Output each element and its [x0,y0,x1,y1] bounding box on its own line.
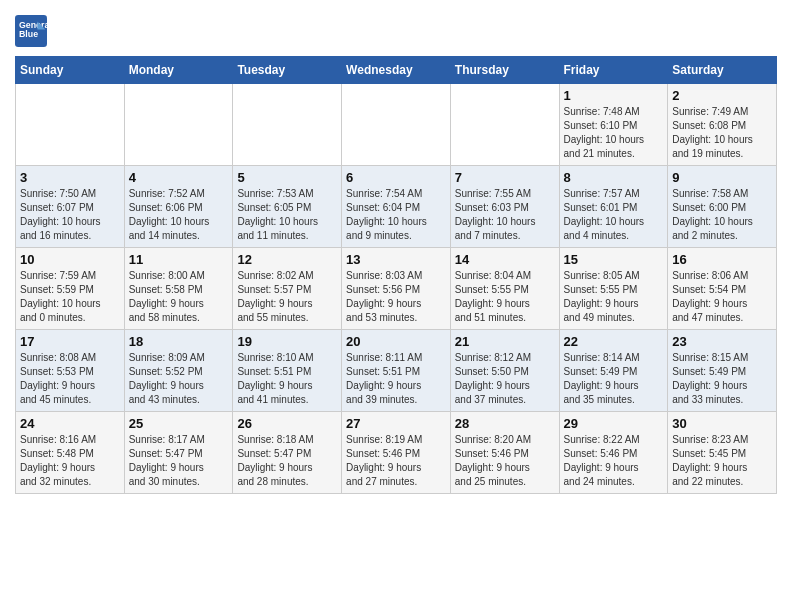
calendar-cell: 6Sunrise: 7:54 AM Sunset: 6:04 PM Daylig… [342,166,451,248]
logo: General Blue [15,15,51,47]
day-info: Sunrise: 8:17 AM Sunset: 5:47 PM Dayligh… [129,433,229,489]
calendar-cell: 1Sunrise: 7:48 AM Sunset: 6:10 PM Daylig… [559,84,668,166]
day-number: 24 [20,416,120,431]
day-info: Sunrise: 8:11 AM Sunset: 5:51 PM Dayligh… [346,351,446,407]
day-info: Sunrise: 8:20 AM Sunset: 5:46 PM Dayligh… [455,433,555,489]
day-number: 26 [237,416,337,431]
calendar-header-row: SundayMondayTuesdayWednesdayThursdayFrid… [16,57,777,84]
day-number: 28 [455,416,555,431]
day-number: 21 [455,334,555,349]
calendar-cell: 21Sunrise: 8:12 AM Sunset: 5:50 PM Dayli… [450,330,559,412]
column-header-tuesday: Tuesday [233,57,342,84]
day-info: Sunrise: 8:14 AM Sunset: 5:49 PM Dayligh… [564,351,664,407]
day-number: 12 [237,252,337,267]
calendar-week-row: 17Sunrise: 8:08 AM Sunset: 5:53 PM Dayli… [16,330,777,412]
day-info: Sunrise: 8:04 AM Sunset: 5:55 PM Dayligh… [455,269,555,325]
calendar-week-row: 24Sunrise: 8:16 AM Sunset: 5:48 PM Dayli… [16,412,777,494]
day-info: Sunrise: 7:59 AM Sunset: 5:59 PM Dayligh… [20,269,120,325]
day-number: 25 [129,416,229,431]
day-info: Sunrise: 8:23 AM Sunset: 5:45 PM Dayligh… [672,433,772,489]
day-info: Sunrise: 8:05 AM Sunset: 5:55 PM Dayligh… [564,269,664,325]
day-info: Sunrise: 7:52 AM Sunset: 6:06 PM Dayligh… [129,187,229,243]
day-info: Sunrise: 7:50 AM Sunset: 6:07 PM Dayligh… [20,187,120,243]
calendar-cell [124,84,233,166]
calendar-week-row: 10Sunrise: 7:59 AM Sunset: 5:59 PM Dayli… [16,248,777,330]
calendar-cell: 11Sunrise: 8:00 AM Sunset: 5:58 PM Dayli… [124,248,233,330]
calendar-cell: 23Sunrise: 8:15 AM Sunset: 5:49 PM Dayli… [668,330,777,412]
column-header-monday: Monday [124,57,233,84]
calendar-table: SundayMondayTuesdayWednesdayThursdayFrid… [15,56,777,494]
calendar-cell: 2Sunrise: 7:49 AM Sunset: 6:08 PM Daylig… [668,84,777,166]
column-header-wednesday: Wednesday [342,57,451,84]
calendar-week-row: 3Sunrise: 7:50 AM Sunset: 6:07 PM Daylig… [16,166,777,248]
day-number: 11 [129,252,229,267]
day-info: Sunrise: 8:18 AM Sunset: 5:47 PM Dayligh… [237,433,337,489]
calendar-cell: 28Sunrise: 8:20 AM Sunset: 5:46 PM Dayli… [450,412,559,494]
day-info: Sunrise: 7:49 AM Sunset: 6:08 PM Dayligh… [672,105,772,161]
day-number: 29 [564,416,664,431]
calendar-cell [450,84,559,166]
day-number: 10 [20,252,120,267]
calendar-cell: 15Sunrise: 8:05 AM Sunset: 5:55 PM Dayli… [559,248,668,330]
day-number: 8 [564,170,664,185]
day-number: 4 [129,170,229,185]
calendar-cell: 4Sunrise: 7:52 AM Sunset: 6:06 PM Daylig… [124,166,233,248]
day-info: Sunrise: 7:54 AM Sunset: 6:04 PM Dayligh… [346,187,446,243]
day-info: Sunrise: 8:10 AM Sunset: 5:51 PM Dayligh… [237,351,337,407]
day-info: Sunrise: 7:57 AM Sunset: 6:01 PM Dayligh… [564,187,664,243]
day-number: 3 [20,170,120,185]
calendar-cell: 5Sunrise: 7:53 AM Sunset: 6:05 PM Daylig… [233,166,342,248]
calendar-cell: 8Sunrise: 7:57 AM Sunset: 6:01 PM Daylig… [559,166,668,248]
page-header: General Blue [15,15,777,52]
day-info: Sunrise: 8:12 AM Sunset: 5:50 PM Dayligh… [455,351,555,407]
calendar-cell [342,84,451,166]
day-info: Sunrise: 8:15 AM Sunset: 5:49 PM Dayligh… [672,351,772,407]
day-number: 18 [129,334,229,349]
calendar-cell: 3Sunrise: 7:50 AM Sunset: 6:07 PM Daylig… [16,166,125,248]
day-info: Sunrise: 8:16 AM Sunset: 5:48 PM Dayligh… [20,433,120,489]
calendar-cell: 30Sunrise: 8:23 AM Sunset: 5:45 PM Dayli… [668,412,777,494]
calendar-cell: 22Sunrise: 8:14 AM Sunset: 5:49 PM Dayli… [559,330,668,412]
calendar-week-row: 1Sunrise: 7:48 AM Sunset: 6:10 PM Daylig… [16,84,777,166]
day-number: 17 [20,334,120,349]
calendar-cell: 20Sunrise: 8:11 AM Sunset: 5:51 PM Dayli… [342,330,451,412]
calendar-cell: 14Sunrise: 8:04 AM Sunset: 5:55 PM Dayli… [450,248,559,330]
day-info: Sunrise: 8:22 AM Sunset: 5:46 PM Dayligh… [564,433,664,489]
day-info: Sunrise: 8:19 AM Sunset: 5:46 PM Dayligh… [346,433,446,489]
day-number: 27 [346,416,446,431]
calendar-cell: 10Sunrise: 7:59 AM Sunset: 5:59 PM Dayli… [16,248,125,330]
column-header-saturday: Saturday [668,57,777,84]
day-info: Sunrise: 8:03 AM Sunset: 5:56 PM Dayligh… [346,269,446,325]
day-number: 15 [564,252,664,267]
day-number: 13 [346,252,446,267]
calendar-cell: 18Sunrise: 8:09 AM Sunset: 5:52 PM Dayli… [124,330,233,412]
day-number: 6 [346,170,446,185]
day-info: Sunrise: 7:55 AM Sunset: 6:03 PM Dayligh… [455,187,555,243]
column-header-sunday: Sunday [16,57,125,84]
day-info: Sunrise: 8:02 AM Sunset: 5:57 PM Dayligh… [237,269,337,325]
calendar-cell: 7Sunrise: 7:55 AM Sunset: 6:03 PM Daylig… [450,166,559,248]
day-number: 19 [237,334,337,349]
day-number: 9 [672,170,772,185]
day-number: 23 [672,334,772,349]
calendar-cell: 27Sunrise: 8:19 AM Sunset: 5:46 PM Dayli… [342,412,451,494]
day-number: 2 [672,88,772,103]
day-number: 1 [564,88,664,103]
day-number: 7 [455,170,555,185]
column-header-thursday: Thursday [450,57,559,84]
calendar-cell: 24Sunrise: 8:16 AM Sunset: 5:48 PM Dayli… [16,412,125,494]
calendar-cell: 16Sunrise: 8:06 AM Sunset: 5:54 PM Dayli… [668,248,777,330]
day-info: Sunrise: 8:06 AM Sunset: 5:54 PM Dayligh… [672,269,772,325]
day-number: 30 [672,416,772,431]
column-header-friday: Friday [559,57,668,84]
day-info: Sunrise: 8:08 AM Sunset: 5:53 PM Dayligh… [20,351,120,407]
day-number: 14 [455,252,555,267]
calendar-cell [233,84,342,166]
calendar-body: 1Sunrise: 7:48 AM Sunset: 6:10 PM Daylig… [16,84,777,494]
calendar-cell: 13Sunrise: 8:03 AM Sunset: 5:56 PM Dayli… [342,248,451,330]
day-info: Sunrise: 8:09 AM Sunset: 5:52 PM Dayligh… [129,351,229,407]
day-info: Sunrise: 8:00 AM Sunset: 5:58 PM Dayligh… [129,269,229,325]
day-info: Sunrise: 7:48 AM Sunset: 6:10 PM Dayligh… [564,105,664,161]
svg-text:Blue: Blue [19,29,38,39]
day-number: 22 [564,334,664,349]
